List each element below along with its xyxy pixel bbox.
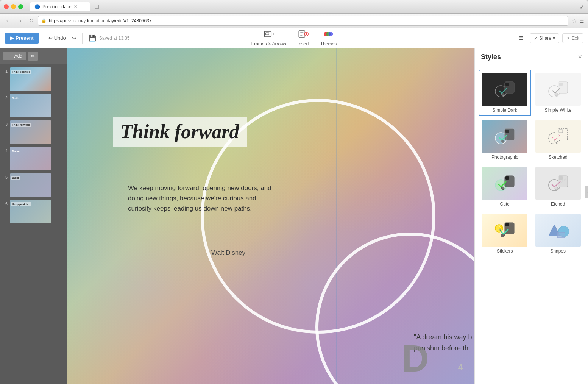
slide-thumb-label-4: Dream: [11, 149, 22, 153]
slide-number-4: 4: [2, 148, 8, 153]
traffic-lights: [4, 4, 23, 9]
close-traffic-light[interactable]: [4, 4, 9, 9]
theme-etched[interactable]: Etched: [532, 164, 585, 210]
theme-photographic[interactable]: Photographic: [479, 117, 531, 163]
slide-item-4[interactable]: 4 Dream: [0, 145, 67, 172]
bookmark-button[interactable]: ☆: [572, 18, 577, 24]
menu-icon: ☰: [519, 35, 524, 41]
url-bar[interactable]: 🔒 https://prezi.com/ydgmcdcu_day/edit/#1…: [38, 16, 568, 26]
theme-simple-white[interactable]: Simple White: [532, 70, 585, 116]
title-frame[interactable]: Think forward: [113, 117, 247, 147]
svg-point-26: [549, 133, 560, 144]
exit-button[interactable]: ✕ Exit: [562, 33, 583, 43]
slide-thumb-2: Smile: [10, 94, 51, 117]
main-content: + + Add ✏ 1 Think positive 2: [0, 48, 588, 384]
themes-button[interactable]: Themes: [320, 30, 337, 47]
present-button[interactable]: ▶ Present: [5, 33, 39, 44]
theme-thumb-sketched: [535, 120, 581, 153]
new-tab-button[interactable]: □: [95, 3, 99, 10]
frames-arrows-icon: [264, 30, 274, 41]
slide-number-badge: 4: [458, 362, 463, 373]
refresh-button[interactable]: ↻: [27, 16, 36, 25]
undo-icon: ↩: [48, 35, 53, 41]
slide-number-5: 5: [2, 175, 8, 180]
theme-label-cute: Cute: [500, 201, 510, 207]
theme-label-shapes: Shapes: [550, 248, 566, 254]
styles-panel-title: Styles: [481, 53, 501, 61]
svg-rect-3: [265, 33, 269, 35]
canvas-area[interactable]: Think forward We keep moving forward, op…: [67, 48, 474, 384]
theme-thumb-shapes: [535, 214, 581, 247]
save-button[interactable]: 💾: [86, 33, 99, 44]
slide-thumb-5: Build: [10, 173, 51, 197]
slide-thumb-label-3: Think forward: [11, 123, 31, 127]
plus-icon: +: [7, 53, 9, 59]
svg-rect-43: [505, 223, 509, 226]
themes-icon: [323, 30, 334, 41]
theme-sketched[interactable]: Sketched: [532, 117, 585, 163]
toolbar-center: Frames & Arrows Insert: [251, 30, 337, 47]
theme-label-simple-dark: Simple Dark: [493, 108, 517, 113]
styles-panel-close-button[interactable]: ×: [578, 53, 582, 61]
svg-text:💡: 💡: [498, 225, 503, 231]
slide-thumb-3: Think forward: [10, 120, 51, 144]
share-button[interactable]: ↗ Share ▾: [530, 33, 559, 43]
browser-menu-button[interactable]: ☰: [579, 18, 584, 24]
tab-favicon: 🔵: [34, 4, 40, 9]
slide-item-1[interactable]: 1 Think positive: [0, 66, 67, 92]
toolbar-right: ☰ ↗ Share ▾ ✕ Exit: [516, 33, 583, 43]
tab-close-button[interactable]: ✕: [74, 4, 77, 9]
svg-marker-2: [273, 33, 274, 35]
app-toolbar: ▶ Present ↩ Undo ↪ 💾 Saved at 13:35: [0, 28, 588, 48]
theme-thumb-simple-white: [535, 73, 581, 106]
add-btn-bar: + + Add ✏: [0, 48, 67, 64]
theme-cute[interactable]: Cute: [479, 164, 531, 210]
svg-rect-47: [557, 232, 565, 238]
slide-number-2: 2: [2, 95, 8, 100]
maximize-traffic-light[interactable]: [18, 4, 23, 9]
slide-thumb-label-5: Build: [11, 176, 20, 180]
share-chevron-icon: ▾: [553, 36, 555, 41]
toolbar-divider-2: [82, 33, 83, 44]
theme-label-photographic: Photographic: [491, 155, 518, 160]
browser-titlebar: 🔵 Prezi interface ✕ □ ⤢: [0, 0, 588, 14]
d-letter: D: [402, 337, 429, 380]
svg-point-37: [555, 187, 558, 190]
themes-grid: Simple Dark Simple White: [475, 66, 588, 261]
exit-icon: ✕: [566, 36, 570, 41]
theme-label-sketched: Sketched: [549, 155, 568, 160]
slide-item-6[interactable]: 6 Keep positive: [0, 198, 67, 225]
add-slide-button[interactable]: + + Add: [3, 52, 26, 60]
theme-label-etched: Etched: [551, 201, 565, 207]
slide-item-3[interactable]: 3 Think forward: [0, 119, 67, 145]
back-button[interactable]: ←: [4, 16, 13, 25]
theme-simple-dark[interactable]: Simple Dark: [479, 70, 531, 116]
tab-title: Prezi interface: [42, 4, 72, 9]
slide-item-2[interactable]: 2 Smile: [0, 92, 67, 119]
frames-arrows-button[interactable]: Frames & Arrows: [251, 30, 286, 47]
theme-thumb-cute: [482, 167, 527, 200]
menu-button[interactable]: ☰: [516, 33, 527, 43]
styles-panel: Styles × Simple Dark: [474, 48, 588, 384]
slide-item-5[interactable]: 5 Build: [0, 172, 67, 198]
frames-arrows-label: Frames & Arrows: [251, 41, 286, 47]
main-title: Think forward: [120, 121, 239, 142]
svg-point-33: [501, 187, 504, 190]
restore-button[interactable]: ⤢: [580, 4, 584, 10]
pen-tool-button[interactable]: ✏: [28, 52, 38, 61]
browser-toolbar: ← → ↻ 🔒 https://prezi.com/ydgmcdcu_day/e…: [0, 14, 588, 28]
redo-button[interactable]: ↪: [69, 33, 79, 43]
theme-stickers[interactable]: 💡 Stickers: [479, 211, 531, 257]
insert-label: Insert: [298, 41, 309, 47]
minimize-traffic-light[interactable]: [11, 4, 16, 9]
present-label: Present: [16, 35, 34, 41]
slide-thumb-1: Think positive: [10, 67, 51, 91]
save-icon: 💾: [89, 34, 96, 42]
insert-button[interactable]: Insert: [298, 30, 309, 47]
undo-button[interactable]: ↩ Undo: [45, 33, 69, 43]
browser-tab[interactable]: 🔵 Prezi interface ✕: [30, 2, 90, 11]
slide-thumb-6: Keep positive: [10, 200, 51, 223]
forward-button[interactable]: →: [15, 16, 24, 25]
theme-shapes[interactable]: Shapes: [532, 211, 585, 257]
lock-icon: 🔒: [41, 18, 47, 23]
